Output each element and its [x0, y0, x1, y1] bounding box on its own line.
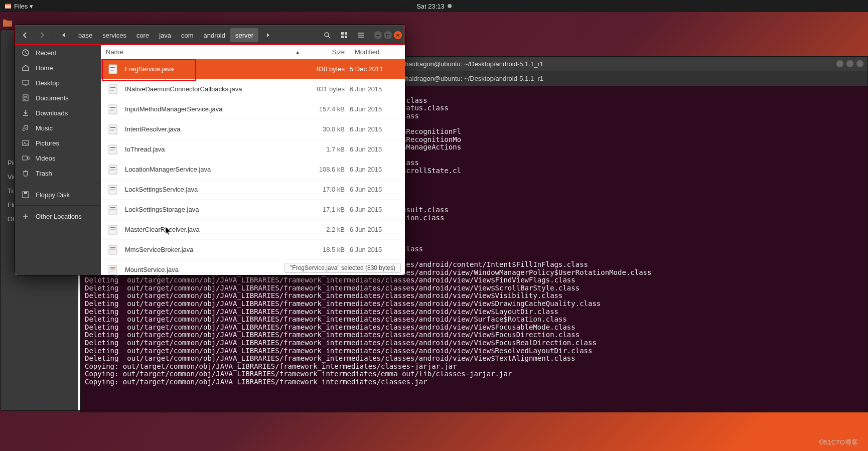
window-controls: − □ ✕ — [374, 31, 402, 39]
files-window[interactable]: baseservicescorejavacomandroidserver − □… — [14, 25, 405, 275]
plus-icon — [22, 212, 30, 220]
java-file-icon — [107, 184, 119, 196]
sidebar-item-music[interactable]: Music — [15, 120, 101, 135]
path-overflow-button[interactable] — [260, 28, 275, 42]
clock-text: Sat 23:13 — [416, 3, 445, 10]
svg-rect-8 — [345, 36, 347, 38]
svg-rect-44 — [110, 191, 114, 191]
sidebar-item-other-locations[interactable]: Other Locations — [15, 209, 101, 224]
file-row[interactable]: FregService.java830 bytes5 Dec 2011 — [101, 59, 405, 79]
svg-rect-23 — [110, 89, 115, 89]
svg-rect-10 — [23, 80, 29, 84]
breadcrumb-android[interactable]: android — [199, 28, 230, 42]
file-row[interactable]: InputMethodManagerService.java157.4 kB6 … — [101, 99, 405, 119]
file-row[interactable]: LocationManagerService.java108.6 kB6 Jun… — [101, 160, 405, 180]
java-file-icon — [107, 63, 119, 75]
svg-rect-14 — [23, 156, 27, 160]
sidebar-item-documents[interactable]: Documents — [15, 90, 101, 105]
column-header-size[interactable]: Size — [305, 48, 350, 56]
breadcrumb-core[interactable]: core — [131, 28, 154, 42]
file-row[interactable]: IntentResolver.java30.0 kB6 Jun 2015 — [101, 119, 405, 139]
sidebar-item-videos[interactable]: Videos — [15, 151, 101, 166]
maximize-icon[interactable] — [846, 60, 853, 67]
svg-rect-48 — [110, 211, 114, 211]
column-header-modified[interactable]: Modified — [350, 48, 405, 56]
svg-rect-50 — [110, 227, 115, 228]
window-maximize-button[interactable]: □ — [384, 31, 392, 39]
doc-icon — [22, 94, 30, 102]
nav-forward-button[interactable] — [35, 28, 50, 42]
svg-rect-7 — [341, 36, 344, 38]
files-toolbar: baseservicescorejavacomandroidserver − □… — [15, 25, 405, 45]
svg-rect-5 — [341, 32, 344, 35]
minimize-icon[interactable] — [836, 60, 843, 67]
file-row[interactable]: MasterClearReceiver.java2.2 kB6 Jun 2015 — [101, 220, 405, 240]
svg-rect-51 — [110, 229, 115, 230]
window-minimize-button[interactable]: − — [374, 31, 382, 39]
file-row[interactable]: INativeDaemonConnectorCallbacks.java831 … — [101, 79, 405, 99]
triangle-right-icon — [265, 33, 270, 38]
breadcrumb-server[interactable]: server — [230, 28, 258, 42]
java-file-icon — [107, 164, 119, 176]
svg-rect-58 — [110, 267, 115, 268]
svg-rect-12 — [23, 140, 29, 145]
breadcrumb-services[interactable]: services — [97, 28, 131, 42]
sidebar-item-downloads[interactable]: Downloads — [15, 105, 101, 120]
java-file-icon — [107, 123, 119, 135]
svg-rect-18 — [110, 67, 115, 68]
file-row[interactable]: MmsServiceBroker.java18.5 kB6 Jun 2015 — [101, 240, 405, 260]
sidebar-item-trash[interactable]: Trash — [15, 166, 101, 181]
svg-rect-6 — [345, 32, 347, 35]
svg-rect-1 — [5, 5, 11, 8]
files-menu-label: Files — [14, 3, 28, 10]
file-row[interactable]: LockSettingsService.java17.0 kB6 Jun 201… — [101, 180, 405, 200]
breadcrumb-java[interactable]: java — [154, 28, 176, 42]
svg-rect-26 — [110, 107, 115, 108]
svg-rect-59 — [110, 269, 115, 270]
svg-rect-30 — [110, 127, 115, 128]
svg-rect-32 — [110, 130, 114, 131]
sidebar-item-desktop[interactable]: Desktop — [15, 75, 101, 90]
svg-rect-52 — [110, 231, 114, 231]
sort-asc-icon: ▴ — [296, 48, 300, 56]
file-list[interactable]: FregService.java830 bytes5 Dec 2011INati… — [101, 59, 405, 275]
files-content: Name▴ Size Modified FregService.java830 … — [101, 45, 405, 275]
search-button[interactable] — [320, 28, 335, 42]
notification-dot-icon — [448, 4, 452, 8]
nav-back-button[interactable] — [18, 28, 33, 42]
files-menu[interactable]: Files ▾ — [4, 2, 33, 10]
svg-rect-47 — [110, 209, 115, 210]
hamburger-menu-button[interactable] — [354, 28, 369, 42]
clock-icon — [22, 49, 30, 57]
java-file-icon — [107, 83, 119, 95]
breadcrumb-com[interactable]: com — [176, 28, 199, 42]
floppy-icon — [22, 191, 30, 199]
clock[interactable]: Sat 23:13 — [416, 3, 452, 10]
svg-rect-27 — [110, 109, 115, 109]
sidebar-item-pictures[interactable]: Pictures — [15, 135, 101, 151]
sidebar-item-home[interactable]: Home — [15, 60, 101, 75]
svg-rect-40 — [110, 171, 114, 171]
status-text: "FregService.java" selected (830 bytes) — [290, 264, 395, 271]
status-bar: "FregService.java" selected (830 bytes) — [284, 263, 401, 273]
files-app-icon — [4, 2, 12, 10]
close-icon[interactable] — [856, 60, 863, 67]
view-mode-button[interactable] — [337, 28, 352, 42]
terminal-tab-label: haidragon@ubuntu: ~/Desktop/android-5.1.… — [405, 75, 543, 82]
window-close-button[interactable]: ✕ — [394, 31, 402, 39]
sidebar-item-recent[interactable]: Recent — [15, 45, 101, 60]
svg-rect-60 — [110, 271, 114, 271]
file-row[interactable]: LockSettingsStorage.java17.1 kB6 Jun 201… — [101, 200, 405, 220]
column-header-name[interactable]: Name▴ — [101, 48, 305, 56]
gnome-top-bar: Files ▾ Sat 23:13 — [0, 0, 868, 12]
breadcrumb-base[interactable]: base — [73, 28, 97, 42]
svg-rect-38 — [110, 167, 115, 168]
download-icon — [22, 109, 30, 117]
file-row[interactable]: IoThread.java1.7 kB6 Jun 2015 — [101, 139, 405, 160]
svg-rect-36 — [110, 151, 114, 151]
terminal-window-controls — [836, 60, 863, 67]
svg-rect-56 — [110, 251, 114, 251]
java-file-icon — [107, 103, 119, 115]
path-root-button[interactable] — [56, 28, 71, 42]
sidebar-item-floppy-disk[interactable]: Floppy Disk — [15, 187, 101, 202]
